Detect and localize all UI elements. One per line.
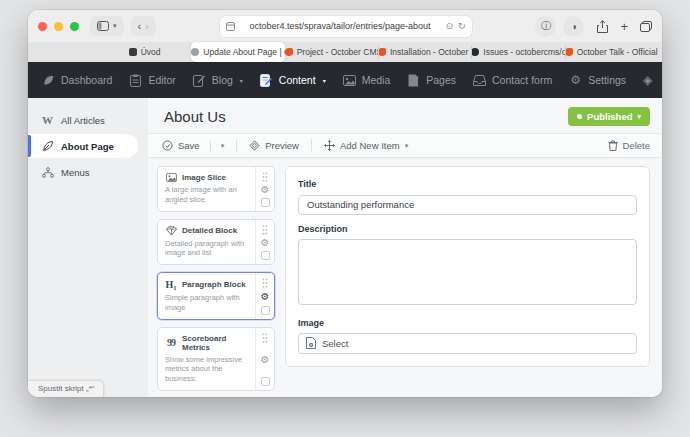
trash-icon [608,140,618,151]
sidebar-item-menus[interactable]: Menus [28,160,148,184]
description-textarea[interactable] [298,239,637,305]
chevron-down-icon: ▾ [240,77,243,84]
block-checkbox[interactable] [261,198,270,207]
browser-tab-active-update-about-page[interactable]: Update About Page | O... [191,42,284,62]
file-image-icon [306,337,316,349]
description-field-label: Description [298,224,637,234]
heading-icon: H₁ [165,279,177,290]
share-button[interactable] [597,20,608,33]
drag-handle-icon[interactable] [262,278,268,288]
nav-item-editor[interactable]: Editor [129,74,175,87]
cms-sidebar: W All Articles About Page Menus [28,98,148,397]
github-favicon [471,48,479,56]
block-checkbox[interactable] [261,251,270,260]
entry-content-area: Image Slice A large image with an angled… [148,158,662,397]
image-field-label: Image [298,318,637,328]
browser-tab-issues[interactable]: Issues - octobercms/oct... [471,42,564,62]
info-icon: ⓘ [541,19,551,33]
zoom-window-button[interactable] [70,22,79,31]
forward-button[interactable]: › [145,21,149,32]
nav-item-content[interactable]: Content ▾ [260,74,326,87]
add-plus-icon [324,140,335,151]
sitemap-icon [41,167,54,178]
nav-right-group: ◈ w [643,68,662,92]
delete-button[interactable]: Delete [608,140,650,151]
published-status-button[interactable]: Published ▾ [568,107,650,126]
october-admin-favicon [191,48,199,56]
block-settings-gear-icon[interactable]: ⚙ [261,292,270,302]
image-select-button[interactable]: Select [298,333,637,354]
reload-icon[interactable]: ↻ [458,22,466,31]
site-favicon [129,48,137,56]
block-checkbox[interactable] [261,377,270,386]
url-text[interactable]: october4.test/sprava/tailor/entries/page… [240,21,441,31]
nav-item-contact-form[interactable]: Contact form [473,74,552,87]
block-list: Image Slice A large image with an angled… [157,166,275,397]
page-header: About Us Published ▾ [148,98,662,133]
drag-handle-icon[interactable] [262,225,268,235]
page-format-icon[interactable] [226,22,235,31]
sidebar-item-all-articles[interactable]: W All Articles [28,108,148,132]
content-icon [260,74,273,87]
browser-tab-october-talk[interactable]: October Talk - Official... [565,42,658,62]
block-card-paragraph-block-selected[interactable]: H₁ Paragraph Block Simple paragraph with… [157,272,275,320]
chevron-down-icon: ▾ [323,77,326,84]
nav-item-dashboard[interactable]: Dashboard [42,74,112,87]
browser-tab-bar: Úvod Update About Page | O... Project - … [28,42,662,62]
sidebar-item-about-page[interactable]: About Page [28,134,138,158]
block-card-detailed-block[interactable]: Detailed Block Detailed paragraph with i… [157,219,275,266]
quick-access-icon[interactable]: ◈ [643,73,652,87]
sidebar-toggle-button[interactable]: ▾ [90,16,124,36]
history-nav-buttons: ‹ › [131,16,156,36]
tab-overview-button[interactable] [640,21,652,32]
preview-button[interactable]: Preview [249,140,299,151]
drag-handle-icon[interactable] [262,172,268,182]
chevron-down-icon: ▾ [637,113,641,121]
inbox-icon [473,74,486,87]
block-settings-gear-icon[interactable]: ⚙ [261,238,270,248]
privacy-badge-icon: ⊙ [446,22,454,31]
block-settings-gear-icon[interactable]: ⚙ [261,185,270,195]
new-tab-button[interactable]: + [620,19,628,34]
block-checkbox[interactable] [261,306,270,315]
articles-w-icon: W [41,114,54,126]
block-card-scoreboard-metrics[interactable]: 99 Scoreboard Metrics Show some impressi… [157,327,275,391]
editor-icon [129,74,142,87]
add-new-item-button[interactable]: Add New Item ▾ [324,140,408,151]
close-window-button[interactable] [38,22,47,31]
status-bar-tooltip: Spustit skript „*“ [28,380,104,397]
preview-gem-icon [249,140,260,151]
nav-item-pages[interactable]: Pages [407,74,456,87]
browser-tab-installation[interactable]: Installation - October C... [378,42,471,62]
editor-toolbar: Save ▾ Preview Add New Item ▾ [148,133,662,158]
divider [311,139,312,152]
october-favicon [565,48,573,56]
media-icon [343,74,356,87]
save-icon [162,140,173,151]
address-bar[interactable]: october4.test/sprava/tailor/entries/page… [220,16,472,37]
save-options-chevron-icon[interactable]: ▾ [221,142,225,150]
image-icon [165,173,177,182]
browser-window: ▾ ‹ › october4.test/sprava/tailor/entrie… [28,10,662,397]
nav-item-blog[interactable]: Blog ▾ [193,74,243,87]
gem-icon [165,226,177,236]
shield-icon: ◑ [571,21,577,32]
chevron-down-icon: ▾ [113,22,117,30]
browser-tab-uvod[interactable]: Úvod [98,42,191,62]
chevron-down-icon: ▾ [405,142,409,150]
title-field-label: Title [298,179,637,189]
page-info-button[interactable]: ⓘ [535,16,556,37]
nav-item-media[interactable]: Media [343,74,391,87]
block-card-image-slice[interactable]: Image Slice A large image with an angled… [157,166,275,212]
nav-item-settings[interactable]: ⚙ Settings [569,74,626,87]
drag-handle-icon[interactable] [262,333,268,343]
content-blocker-button[interactable]: ◑ [563,16,584,37]
block-settings-gear-icon[interactable]: ⚙ [261,355,270,365]
october-favicon [378,48,386,56]
back-button[interactable]: ‹ [138,21,142,32]
browser-tab-project[interactable]: Project - October CMS [285,42,378,62]
save-button[interactable]: Save [162,140,200,151]
minimize-window-button[interactable] [54,22,63,31]
title-input[interactable] [298,195,637,215]
quill-icon [41,140,54,152]
